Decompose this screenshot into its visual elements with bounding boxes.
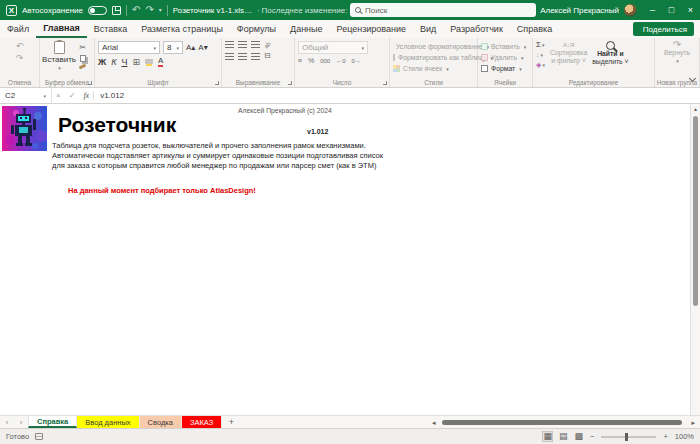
share-button[interactable]: Поделиться (633, 22, 694, 36)
sheet-tab-spravka[interactable]: Справка (28, 416, 77, 428)
increase-font-size-icon[interactable]: A▴ (186, 43, 195, 53)
copy-icon[interactable] (80, 55, 86, 62)
undo-icon[interactable]: ↶ (132, 5, 140, 15)
normal-view-button[interactable]: ▦ (543, 432, 552, 441)
hscroll-left-icon[interactable]: ◂ (432, 419, 436, 427)
dialog-launcher-icon[interactable] (88, 81, 92, 85)
vertical-scroll-thumb[interactable] (693, 116, 698, 306)
cancel-icon[interactable]: × (52, 91, 65, 100)
align-top-icon[interactable] (225, 41, 234, 48)
number-format-select[interactable]: Общий ▾ (298, 41, 368, 54)
chevron-down-icon: ▾ (176, 45, 179, 51)
conditional-formatting-button[interactable]: Условное форматирование ▾ (393, 41, 474, 52)
align-bottom-icon[interactable] (251, 41, 260, 48)
sheet-tab-zakaz[interactable]: ЗАКАЗ (182, 416, 222, 428)
hscroll-right-icon[interactable]: ▸ (691, 419, 695, 427)
ribbon-tab-developer[interactable]: Разработчик (443, 20, 509, 38)
scroll-up-icon[interactable]: ▴ (691, 104, 700, 114)
increase-decimal-icon[interactable]: ←0 (336, 58, 345, 64)
font-color-icon[interactable]: А (158, 57, 163, 67)
page-break-view-button[interactable]: ▩ (575, 432, 584, 441)
redo-icon[interactable]: ↷ (16, 53, 24, 63)
zoom-level[interactable]: 100% (675, 432, 694, 441)
avatar[interactable] (624, 4, 637, 17)
orientation-icon[interactable]: ab (263, 40, 272, 49)
borders-icon[interactable]: ⊞ (132, 57, 140, 67)
font-name-select[interactable]: Arial ▾ (98, 41, 160, 54)
sheet-tab-vvod-dannyh[interactable]: Ввод данных (77, 416, 139, 428)
insert-function-icon[interactable]: fx (79, 91, 94, 100)
maximize-button[interactable]: □ (662, 0, 681, 20)
close-button[interactable]: × (681, 0, 700, 20)
fill-color-icon[interactable] (145, 59, 153, 64)
sort-filter-button[interactable]: А↓Я Сортировка и фильтр ˅ (550, 41, 587, 76)
zoom-slider-thumb[interactable] (625, 433, 628, 441)
align-right-icon[interactable] (251, 53, 260, 60)
zoom-in-button[interactable]: + (663, 432, 667, 441)
name-box[interactable]: C2 ▾ (0, 88, 52, 104)
search-input[interactable]: Поиск (350, 3, 536, 17)
sheet-nav-right-icon[interactable]: › (14, 416, 28, 428)
bold-button[interactable]: Ж (98, 57, 106, 67)
ribbon-tab-insert[interactable]: Вставка (87, 20, 134, 38)
underline-button[interactable]: Ч (121, 57, 127, 67)
ribbon-tab-data[interactable]: Данные (283, 20, 330, 38)
formula-input[interactable]: v1.012 (94, 91, 124, 100)
add-sheet-button[interactable]: + (222, 416, 240, 428)
redo-icon[interactable]: ↷ (145, 5, 153, 15)
insert-cells-button[interactable]: Вставить ▾ (481, 41, 529, 52)
account-name[interactable]: Алексей Прекрасный (540, 6, 619, 15)
font-size-select[interactable]: 8 ▾ (163, 41, 183, 54)
ribbon-tab-formulas[interactable]: Формулы (230, 20, 283, 38)
cell-styles-button[interactable]: Стили ячеек ▾ (393, 63, 474, 74)
worksheet-area[interactable]: Алексей Прекрасный (с) 2024 Розеточник v… (0, 104, 700, 415)
ribbon-tab-review[interactable]: Рецензирование (330, 20, 414, 38)
document-title[interactable]: Розеточник v1-1.xls… (173, 6, 252, 15)
merge-center-icon[interactable]: ⊟ (264, 51, 271, 61)
workbook-logo-image[interactable] (2, 106, 47, 151)
align-center-icon[interactable] (238, 53, 247, 60)
find-select-button[interactable]: Найти и выделить ˅ (592, 41, 628, 76)
decrease-decimal-icon[interactable]: 0→ (352, 58, 361, 64)
percent-style-icon[interactable]: % (308, 57, 314, 64)
fill-icon[interactable]: ↓▾ (536, 51, 543, 59)
vertical-scrollbar[interactable]: ▴ (690, 104, 700, 415)
enter-icon[interactable]: ✓ (65, 91, 80, 100)
horizontal-scroll-thumb[interactable] (442, 420, 682, 425)
minimize-button[interactable]: – (643, 0, 662, 20)
comma-style-icon[interactable]: 000 (320, 58, 330, 64)
format-cells-button[interactable]: Формат ▾ (481, 63, 529, 74)
italic-button[interactable]: К (111, 57, 116, 67)
excel-app-icon[interactable]: X (6, 5, 17, 16)
dialog-launcher-icon[interactable] (215, 81, 219, 85)
quick-access-more-icon[interactable]: ▾ (159, 5, 162, 15)
save-icon[interactable] (112, 6, 121, 15)
ribbon-tab-file[interactable]: Файл (0, 20, 36, 38)
sheet-nav-left-icon[interactable]: ‹ (0, 416, 14, 428)
page-layout-view-button[interactable]: ▤ (559, 432, 568, 441)
accounting-format-icon[interactable]: ¤ (298, 57, 302, 64)
align-middle-icon[interactable] (238, 41, 247, 48)
decrease-font-size-icon[interactable]: A▾ (198, 43, 207, 53)
clear-icon[interactable]: ◈▾ (536, 61, 545, 69)
ribbon-tab-home[interactable]: Главная (36, 20, 87, 38)
undo-icon[interactable]: ↶ (16, 41, 24, 51)
ribbon-tab-page-layout[interactable]: Разметка страницы (134, 20, 230, 38)
ribbon-tab-help[interactable]: Справка (510, 20, 559, 38)
align-left-icon[interactable] (225, 53, 234, 60)
autosave-toggle[interactable] (88, 6, 107, 15)
dialog-launcher-icon[interactable] (288, 81, 292, 85)
ribbon-tab-view[interactable]: Вид (413, 20, 443, 38)
format-as-table-button[interactable]: Форматировать как таблицу ▾ (393, 52, 474, 63)
sheet-tab-svodka[interactable]: Сводка (140, 416, 182, 428)
zoom-out-button[interactable]: − (590, 432, 594, 441)
macro-record-icon[interactable] (35, 433, 43, 440)
format-painter-icon[interactable] (79, 64, 87, 70)
dialog-launcher-icon[interactable] (383, 81, 387, 85)
autosum-icon[interactable]: Σ▾ (536, 41, 544, 49)
paste-button[interactable]: Вставить ▾ (43, 41, 75, 71)
zoom-slider[interactable] (601, 436, 656, 438)
return-button[interactable]: ↷ Вернуть ▾ (658, 41, 696, 65)
delete-cells-button[interactable]: Удалить ▾ (481, 52, 529, 63)
cut-icon[interactable]: ✂ (79, 43, 86, 52)
